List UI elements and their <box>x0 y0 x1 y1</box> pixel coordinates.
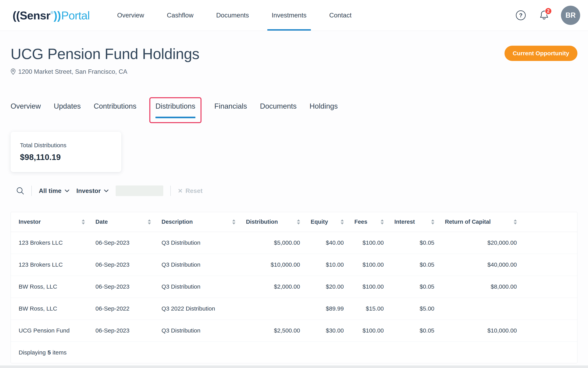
logo[interactable]: ((Sensr®))Portal <box>13 0 90 31</box>
address-row: 1200 Market Street, San Francisco, CA <box>11 68 199 75</box>
logo-suffix: )) <box>54 9 61 22</box>
cell-equity: $89.99 <box>303 298 346 320</box>
sort-icon <box>514 219 517 224</box>
help-icon[interactable]: ? <box>516 10 526 20</box>
cell-distribution <box>238 298 303 320</box>
active-tab-underline <box>155 117 195 118</box>
cell-equity: $20.00 <box>303 276 346 298</box>
investor-filter-value-box[interactable] <box>116 185 163 196</box>
cell-interest: $0.05 <box>387 276 437 298</box>
page-title: UCG Pension Fund Holdings <box>11 44 199 64</box>
tab-documents[interactable]: Documents <box>260 97 297 111</box>
sort-icon <box>381 219 384 224</box>
column-header-distribution[interactable]: Distribution <box>238 212 303 232</box>
notification-badge: 2 <box>545 8 552 15</box>
cell-spacer <box>520 232 577 254</box>
footer-suffix: items <box>53 349 67 356</box>
column-header-equity[interactable]: Equity <box>303 212 346 232</box>
cell-date: 06-Sep-2023 <box>88 232 154 254</box>
cell-investor: BW Ross, LLC <box>11 276 88 298</box>
table-row: 123 Brokers LLC 06-Sep-2023 Q3 Distribut… <box>11 232 577 254</box>
nav-item-cashflow[interactable]: Cashflow <box>163 0 198 31</box>
cell-return-of-capital: $8,000.00 <box>437 276 520 298</box>
table-header-row: Investor Date Description Distribution E… <box>11 212 577 232</box>
cell-description: Q3 Distribution <box>154 254 238 276</box>
cell-fees: $15.00 <box>346 298 387 320</box>
primary-nav: Overview Cashflow Documents Investments … <box>113 0 356 31</box>
cell-date: 06-Sep-2023 <box>88 276 154 298</box>
nav-item-documents[interactable]: Documents <box>212 0 253 31</box>
cell-date: 06-Sep-2023 <box>88 254 154 276</box>
page: ((Sensr®))Portal Overview Cashflow Docum… <box>0 0 588 366</box>
cell-investor: UCG Pension Fund <box>11 320 88 341</box>
cell-return-of-capital <box>437 298 520 320</box>
logo-prefix: (( <box>13 9 20 22</box>
column-header-description[interactable]: Description <box>154 212 238 232</box>
cell-fees: $100.00 <box>346 254 387 276</box>
cell-interest: $0.05 <box>387 254 437 276</box>
sort-icon <box>341 219 344 224</box>
sort-icon <box>297 219 300 224</box>
property-address: 1200 Market Street, San Francisco, CA <box>18 68 127 75</box>
sort-icon <box>232 219 235 224</box>
cell-distribution: $2,000.00 <box>238 276 303 298</box>
cell-description: Q3 Distribution <box>154 276 238 298</box>
help-glyph: ? <box>519 12 523 19</box>
cell-interest: $0.05 <box>387 320 437 341</box>
table-row: UCG Pension Fund 06-Sep-2023 Q3 Distribu… <box>11 320 577 341</box>
total-distributions-card: Total Distributions $98,110.19 <box>11 132 121 172</box>
cell-date: 06-Sep-2023 <box>88 320 154 341</box>
logo-product: Portal <box>61 9 90 22</box>
cell-investor: 123 Brokers LLC <box>11 254 88 276</box>
distributions-table: Investor Date Description Distribution E… <box>11 212 577 363</box>
magnifier-icon <box>16 187 24 195</box>
table-row: BW Ross, LLC 06-Sep-2022 Q3 2022 Distrib… <box>11 298 577 320</box>
avatar[interactable]: BR <box>561 6 580 25</box>
cell-return-of-capital: $10,000.00 <box>437 320 520 341</box>
investor-filter-dropdown[interactable]: Investor <box>76 187 109 194</box>
nav-item-contact[interactable]: Contact <box>325 0 356 31</box>
tab-contributions[interactable]: Contributions <box>94 97 136 111</box>
cell-spacer <box>520 276 577 298</box>
cell-interest: $0.05 <box>387 232 437 254</box>
tab-distributions-label: Distributions <box>155 102 195 110</box>
nav-item-investments[interactable]: Investments <box>267 0 311 31</box>
summary-card-label: Total Distributions <box>20 142 112 149</box>
footer-count: 5 <box>47 349 51 356</box>
chevron-down-icon <box>104 189 109 192</box>
tab-holdings[interactable]: Holdings <box>309 97 338 111</box>
annotation-highlight-box: Distributions <box>149 97 201 123</box>
search-icon[interactable] <box>16 187 24 195</box>
section-tabs: Overview Updates Contributions Distribut… <box>11 97 577 123</box>
table-row: 123 Brokers LLC 06-Sep-2023 Q3 Distribut… <box>11 254 577 276</box>
cell-return-of-capital: $40,000.00 <box>437 254 520 276</box>
notifications-bell-icon[interactable]: 2 <box>539 10 549 20</box>
investor-filter-label: Investor <box>76 187 101 194</box>
cell-fees: $100.00 <box>346 320 387 341</box>
sort-icon <box>431 219 434 224</box>
column-header-investor[interactable]: Investor <box>11 212 88 232</box>
current-opportunity-button[interactable]: Current Opportunity <box>505 46 577 61</box>
time-filter-dropdown[interactable]: All time <box>39 187 69 194</box>
column-header-interest[interactable]: Interest <box>387 212 437 232</box>
sort-icon <box>148 219 151 224</box>
reset-filters-button[interactable]: ✕ Reset <box>178 187 202 194</box>
cell-interest: $5.00 <box>387 298 437 320</box>
spacer-column <box>520 212 577 232</box>
nav-item-overview[interactable]: Overview <box>113 0 149 31</box>
table-footer: Displaying 5 items <box>11 341 577 363</box>
cell-description: Q3 2022 Distribution <box>154 298 238 320</box>
tab-overview[interactable]: Overview <box>11 97 41 111</box>
tab-distributions[interactable]: Distributions <box>155 102 195 118</box>
column-header-date[interactable]: Date <box>88 212 154 232</box>
cell-description: Q3 Distribution <box>154 232 238 254</box>
main-content: UCG Pension Fund Holdings 1200 Market St… <box>0 44 588 363</box>
column-header-fees[interactable]: Fees <box>346 212 387 232</box>
cell-date: 06-Sep-2022 <box>88 298 154 320</box>
registered-mark: ® <box>51 10 53 15</box>
cell-distribution: $2,500.00 <box>238 320 303 341</box>
column-header-return-of-capital[interactable]: Return of Capital <box>437 212 520 232</box>
tab-financials[interactable]: Financials <box>214 97 247 111</box>
tab-updates[interactable]: Updates <box>54 97 81 111</box>
cell-distribution: $5,000.00 <box>238 232 303 254</box>
